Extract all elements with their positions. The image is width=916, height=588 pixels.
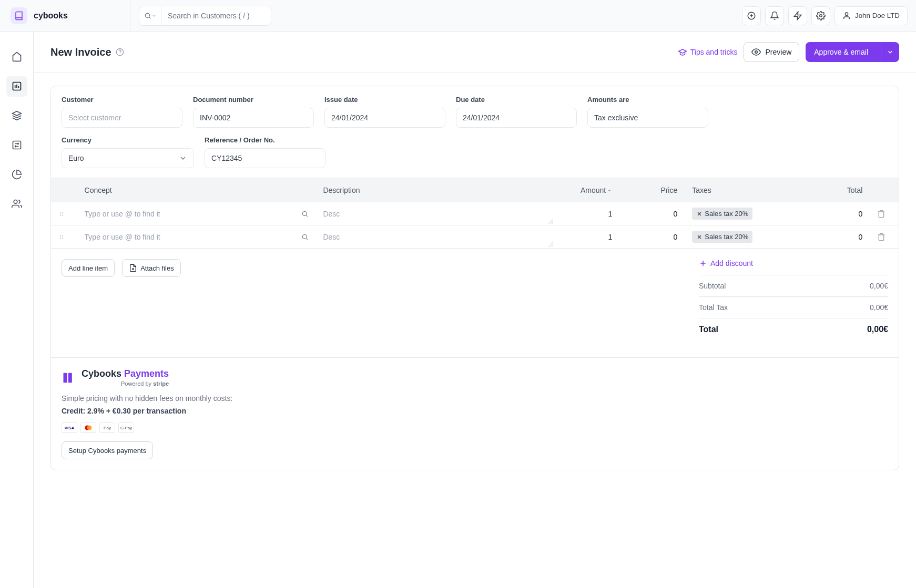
close-icon — [696, 211, 703, 217]
summary: Add discount Subtotal 0,00€ Total Tax 0,… — [699, 259, 888, 341]
search-scope-toggle[interactable] — [139, 6, 161, 26]
due-date-input[interactable] — [456, 108, 577, 128]
row-total: 0 — [859, 210, 863, 218]
page-header: New Invoice Tips and tricks Preview Appr… — [34, 32, 916, 73]
resize-handle[interactable] — [548, 242, 553, 247]
sidebar — [0, 32, 34, 588]
field-amounts-are: Amounts are Tax exclusive — [587, 96, 708, 128]
tax-chip[interactable]: Sales tax 20% — [692, 231, 752, 243]
issue-date-input[interactable] — [324, 108, 445, 128]
book-icon — [14, 11, 24, 20]
google-pay-badge: G Pay — [118, 422, 134, 433]
amounts-are-select[interactable]: Tax exclusive — [587, 108, 708, 128]
sidebar-item-reports[interactable] — [6, 76, 27, 97]
caret-down-icon — [607, 188, 612, 193]
payments-description: Simple pricing with no hidden fees on mo… — [62, 394, 888, 403]
svg-point-18 — [60, 238, 61, 239]
visa-badge: VISA — [62, 422, 77, 433]
delete-row-button[interactable] — [877, 233, 891, 241]
sidebar-item-contacts[interactable] — [6, 193, 27, 214]
svg-point-11 — [60, 215, 61, 216]
approve-dropdown[interactable] — [881, 42, 899, 62]
tax-chip[interactable]: Sales tax 20% — [692, 208, 752, 220]
help-icon[interactable] — [116, 48, 124, 56]
concept-input[interactable] — [85, 210, 301, 218]
delete-row-button[interactable] — [877, 210, 891, 218]
price-value[interactable]: 0 — [673, 210, 677, 218]
svg-point-22 — [302, 234, 307, 239]
books-icon — [62, 370, 76, 385]
summary-tax: Total Tax 0,00€ — [699, 296, 888, 318]
search-icon — [144, 12, 151, 19]
attach-files-button[interactable]: Attach files — [122, 259, 181, 277]
summary-total: Total 0,00€ — [699, 318, 888, 341]
field-due-date: Due date — [456, 96, 577, 128]
add-line-button[interactable]: Add line item — [62, 259, 115, 277]
search-icon[interactable] — [301, 210, 309, 218]
bolt-icon — [793, 11, 802, 20]
plus-circle-icon — [747, 11, 756, 20]
chevron-down-icon — [151, 13, 157, 18]
concept-input[interactable] — [85, 233, 301, 241]
brand-name: cybooks — [34, 11, 68, 20]
approve-button[interactable]: Approve & email — [806, 42, 899, 62]
customer-input[interactable] — [62, 108, 182, 128]
notifications-button[interactable] — [765, 6, 784, 25]
sidebar-item-transactions[interactable] — [6, 135, 27, 156]
user-label: John Doe LTD — [855, 12, 900, 19]
drag-handle[interactable] — [58, 211, 70, 217]
amount-value[interactable]: 1 — [608, 210, 612, 218]
reference-input[interactable] — [205, 148, 325, 168]
gear-icon — [816, 11, 826, 20]
drag-handle[interactable] — [58, 234, 70, 240]
table-row: 1 0 Sales tax 20% 0 — [51, 202, 899, 225]
svg-point-15 — [302, 211, 307, 215]
description-input[interactable] — [323, 210, 552, 218]
swap-icon — [12, 140, 22, 150]
plus-icon — [699, 259, 707, 267]
svg-point-13 — [62, 213, 63, 214]
brand-logo — [11, 7, 27, 24]
th-price: Price — [619, 178, 685, 202]
add-button[interactable] — [742, 6, 761, 25]
user-icon — [842, 12, 851, 20]
sidebar-item-analytics[interactable] — [6, 164, 27, 185]
setup-payments-button[interactable]: Setup Cybooks payments — [62, 441, 153, 459]
svg-rect-5 — [13, 141, 21, 149]
amount-value[interactable]: 1 — [608, 233, 612, 241]
document-number-input[interactable] — [193, 108, 314, 128]
actions-button[interactable] — [788, 6, 807, 25]
description-input[interactable] — [323, 233, 552, 241]
user-menu[interactable]: John Doe LTD — [834, 6, 908, 25]
academic-cap-icon — [678, 47, 687, 57]
invoice-card: Customer Document number Issue date — [50, 86, 899, 470]
line-items-table: Concept Description Amount Price Taxes T… — [51, 178, 899, 249]
attach-icon — [129, 264, 137, 272]
svg-point-6 — [14, 200, 17, 204]
svg-rect-23 — [64, 373, 67, 383]
price-value[interactable]: 0 — [673, 233, 677, 241]
resize-handle[interactable] — [548, 219, 553, 224]
sidebar-item-home[interactable] — [6, 46, 27, 67]
currency-select[interactable]: Euro — [62, 148, 194, 168]
th-concept: Concept — [77, 178, 316, 202]
search — [139, 6, 271, 26]
chevron-down-icon — [179, 154, 187, 162]
preview-button[interactable]: Preview — [744, 42, 799, 62]
svg-point-14 — [62, 215, 63, 216]
tips-and-tricks-link[interactable]: Tips and tricks — [678, 47, 738, 57]
svg-point-2 — [820, 14, 822, 17]
svg-point-12 — [62, 212, 63, 213]
search-input[interactable] — [161, 6, 271, 26]
sidebar-item-stack[interactable] — [6, 105, 27, 126]
settings-button[interactable] — [811, 6, 830, 25]
home-icon — [12, 51, 22, 62]
bar-chart-icon — [12, 81, 22, 91]
users-icon — [12, 199, 22, 209]
add-discount-link[interactable]: Add discount — [699, 259, 888, 275]
eye-icon — [751, 47, 761, 57]
th-amount[interactable]: Amount — [554, 178, 619, 202]
search-icon[interactable] — [301, 233, 309, 241]
payments-panel: Cybooks Payments Powered by stripe Simpl… — [51, 357, 899, 470]
page-title: New Invoice — [50, 46, 111, 58]
